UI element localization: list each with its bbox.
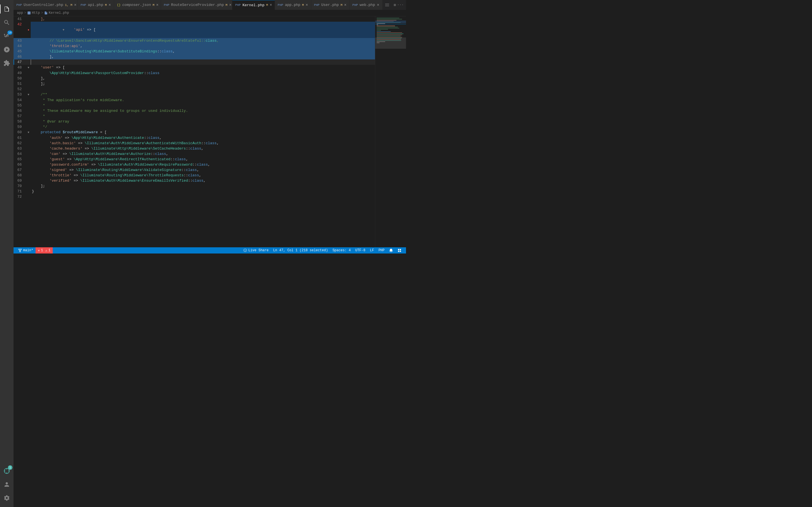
line-number: 45 <box>13 49 26 54</box>
gutter <box>26 119 31 124</box>
line-content[interactable]: ]; <box>31 183 375 189</box>
line-number: 63 <box>13 146 26 151</box>
line-content[interactable]: ], <box>31 16 375 22</box>
line-content[interactable]: 'throttle:api', <box>31 43 375 49</box>
git-branch-item[interactable]: main* <box>16 247 36 253</box>
line-content[interactable]: // \Laravel\Sanctum\Http\Middleware\Ensu… <box>31 38 375 43</box>
table-row: 51 ]; <box>13 81 375 87</box>
line-content[interactable]: */ <box>31 124 375 129</box>
line-number: 72 <box>13 194 26 200</box>
tab-close-btn[interactable]: × <box>74 3 77 7</box>
line-content[interactable]: 'auth.basic' => \Illuminate\Auth\Middlew… <box>31 140 375 146</box>
line-content[interactable]: 'auth' => \App\Http\Middleware\Authentic… <box>31 135 375 140</box>
table-row: 60 ▼ protected $routeMiddleware = [ <box>13 129 375 135</box>
line-content[interactable]: ]; <box>31 81 375 87</box>
tab-close-btn[interactable]: × <box>377 3 379 7</box>
indentation-item[interactable]: Spaces: 4 <box>330 247 353 253</box>
line-content[interactable] <box>31 87 375 92</box>
line-content[interactable]: 'guest' => \App\Http\Middleware\Redirect… <box>31 157 375 162</box>
table-row: 68 'throttle' => \Illuminate\Routing\Mid… <box>13 173 375 178</box>
gutter <box>26 167 31 173</box>
line-content[interactable]: 'user' => [ <box>31 65 375 70</box>
main-area: PHP UserController.php 1, M × PHP api.ph… <box>13 0 406 253</box>
line-content[interactable]: \App\Http\Middleware\PassportCustomProvi… <box>31 70 375 76</box>
cursor-position-item[interactable]: Ln 47, Col 1 (218 selected) <box>271 247 330 253</box>
tab-modified-indicator: M <box>302 3 304 7</box>
gutter <box>26 140 31 146</box>
table-row: 42 ● ▼ 'api' => [ <box>13 22 375 38</box>
tab-usercontroller[interactable]: PHP UserController.php 1, M × <box>13 0 78 10</box>
line-content[interactable]: 'signed' => \Illuminate\Routing\Middlewa… <box>31 167 375 173</box>
tab-close-active-btn[interactable]: × <box>270 3 272 7</box>
minimap[interactable] <box>375 16 406 247</box>
svg-rect-1 <box>377 19 402 19</box>
eol-item[interactable]: LF <box>368 247 376 253</box>
extensions-icon[interactable] <box>0 56 13 70</box>
line-content[interactable]: * The application's route middleware. <box>31 98 375 103</box>
line-content[interactable]: * <box>31 103 375 108</box>
line-content[interactable] <box>31 194 375 200</box>
tab-close-btn[interactable]: × <box>306 3 308 7</box>
live-share-label: Live Share <box>248 248 269 252</box>
tab-close-btn[interactable]: × <box>156 3 158 7</box>
explorer-icon[interactable] <box>0 2 13 16</box>
encoding-item[interactable]: UTF-8 <box>353 247 368 253</box>
line-content[interactable]: 'password.confirm' => \Illuminate\Auth\M… <box>31 162 375 167</box>
split-editor-icon[interactable]: ⊞ <box>394 3 396 7</box>
errors-warnings-item[interactable]: ✕ 1 ⚠ 1 <box>36 247 53 253</box>
source-control-icon[interactable]: 10 <box>0 29 13 43</box>
tabs-overflow-btn[interactable] <box>383 0 392 10</box>
line-content[interactable] <box>31 59 375 65</box>
tab-routeservice[interactable]: PHP RouteServiceProvider.php M × <box>161 0 232 10</box>
line-content[interactable]: } <box>31 189 375 194</box>
line-content[interactable]: 'can' => \Illuminate\Auth\Middleware\Aut… <box>31 151 375 157</box>
gutter <box>26 98 31 103</box>
line-content[interactable]: * <box>31 114 375 119</box>
gutter <box>26 157 31 162</box>
line-content[interactable]: ▼ 'api' => [ <box>31 22 375 38</box>
tab-user[interactable]: PHP User.php M × <box>311 0 350 10</box>
tab-modified-indicator: 1, M <box>65 3 72 7</box>
line-content[interactable]: ], <box>31 54 375 59</box>
tab-app[interactable]: PHP app.php M × <box>275 0 311 10</box>
line-content[interactable]: ], <box>31 76 375 81</box>
minimap-viewport <box>375 38 406 49</box>
table-row: 64 'can' => \Illuminate\Auth\Middleware\… <box>13 151 375 157</box>
line-number: 66 <box>13 162 26 167</box>
line-content[interactable]: 'throttle' => \Illuminate\Routing\Middle… <box>31 173 375 178</box>
php-icon: PHP <box>16 3 22 7</box>
php-icon: PHP <box>314 3 320 7</box>
line-content[interactable]: * These middleware may be assigned to gr… <box>31 108 375 114</box>
status-bar: main* ✕ 1 ⚠ 1 Live Share Ln 47, Col 1 (2… <box>13 247 406 253</box>
table-row: 67 'signed' => \Illuminate\Routing\Middl… <box>13 167 375 173</box>
tab-close-btn[interactable]: × <box>344 3 347 7</box>
language-item[interactable]: PHP <box>376 247 387 253</box>
svg-rect-6 <box>377 24 378 25</box>
line-content[interactable]: \Illuminate\Routing\Middleware\Substitut… <box>31 49 375 54</box>
line-content[interactable]: * @var array <box>31 119 375 124</box>
line-content[interactable]: /** <box>31 92 375 98</box>
line-number: 71 <box>13 189 26 194</box>
search-sidebar-icon[interactable] <box>0 16 13 29</box>
line-content[interactable]: 'verified' => \Illuminate\Auth\Middlewar… <box>31 178 375 183</box>
code-editor[interactable]: 41 ], 42 ● ▼ 'api' => [ 43 <box>13 16 375 247</box>
line-content[interactable]: protected $routeMiddleware = [ <box>31 129 375 135</box>
table-row: 66 'password.confirm' => \Illuminate\Aut… <box>13 162 375 167</box>
run-debug-icon[interactable] <box>0 43 13 56</box>
notifications-icon[interactable] <box>387 247 395 253</box>
tab-composer[interactable]: {} composer.json M × <box>114 0 161 10</box>
tab-close-btn[interactable]: × <box>229 3 232 7</box>
gutter <box>26 49 31 54</box>
layout-icon[interactable] <box>395 247 404 253</box>
tab-kernel[interactable]: PHP Kernel.php M × <box>232 0 275 10</box>
breadcrumb-file[interactable]: Kernel.php <box>44 11 69 15</box>
tab-api[interactable]: PHP api.php M × <box>78 0 114 10</box>
line-content[interactable]: 'cache.headers' => \Illuminate\Http\Midd… <box>31 146 375 151</box>
breadcrumb-app[interactable]: app <box>17 11 23 15</box>
tab-label: api.php <box>88 3 103 7</box>
breadcrumb-http[interactable]: Http <box>28 11 40 15</box>
live-share-item[interactable]: Live Share <box>241 247 271 253</box>
more-actions-icon[interactable]: ··· <box>397 3 404 7</box>
tab-close-btn[interactable]: × <box>109 3 111 7</box>
tab-web[interactable]: PHP web.php × <box>350 0 383 10</box>
